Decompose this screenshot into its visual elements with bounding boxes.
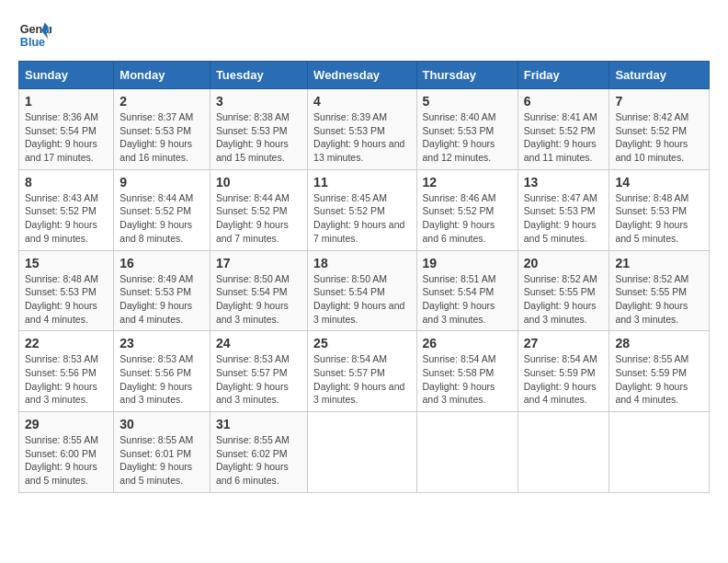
- day-number: 1: [25, 94, 108, 109]
- column-header-monday: Monday: [114, 62, 210, 89]
- calendar-cell: [518, 412, 609, 493]
- calendar-cell: 15Sunrise: 8:48 AMSunset: 5:53 PMDayligh…: [19, 250, 114, 331]
- svg-text:Blue: Blue: [20, 36, 45, 49]
- day-number: 21: [615, 256, 703, 270]
- day-info: Sunrise: 8:55 AMSunset: 6:00 PMDaylight:…: [25, 433, 108, 488]
- calendar-cell: 27Sunrise: 8:54 AMSunset: 5:59 PMDayligh…: [518, 331, 609, 412]
- calendar-cell: 22Sunrise: 8:53 AMSunset: 5:56 PMDayligh…: [19, 331, 114, 412]
- calendar-cell: 13Sunrise: 8:47 AMSunset: 5:53 PMDayligh…: [518, 169, 609, 250]
- day-info: Sunrise: 8:40 AMSunset: 5:53 PMDaylight:…: [423, 110, 512, 165]
- day-info: Sunrise: 8:37 AMSunset: 5:53 PMDaylight:…: [119, 110, 204, 165]
- day-number: 16: [119, 256, 204, 270]
- calendar-cell: 6Sunrise: 8:41 AMSunset: 5:52 PMDaylight…: [518, 89, 609, 170]
- calendar-cell: 16Sunrise: 8:49 AMSunset: 5:53 PMDayligh…: [114, 250, 210, 331]
- calendar-cell: 23Sunrise: 8:53 AMSunset: 5:56 PMDayligh…: [114, 331, 210, 412]
- day-info: Sunrise: 8:54 AMSunset: 5:59 PMDaylight:…: [524, 352, 604, 407]
- day-info: Sunrise: 8:55 AMSunset: 6:02 PMDaylight:…: [216, 433, 301, 488]
- day-info: Sunrise: 8:48 AMSunset: 5:53 PMDaylight:…: [25, 272, 108, 327]
- calendar-cell: 10Sunrise: 8:44 AMSunset: 5:52 PMDayligh…: [210, 169, 307, 250]
- day-info: Sunrise: 8:50 AMSunset: 5:54 PMDaylight:…: [216, 272, 301, 327]
- day-number: 27: [524, 336, 604, 350]
- day-info: Sunrise: 8:44 AMSunset: 5:52 PMDaylight:…: [119, 191, 204, 246]
- calendar-cell: 8Sunrise: 8:43 AMSunset: 5:52 PMDaylight…: [19, 169, 114, 250]
- day-info: Sunrise: 8:41 AMSunset: 5:52 PMDaylight:…: [524, 110, 604, 165]
- calendar-cell: [308, 412, 416, 493]
- calendar-week-row: 22Sunrise: 8:53 AMSunset: 5:56 PMDayligh…: [19, 331, 710, 412]
- day-info: Sunrise: 8:43 AMSunset: 5:52 PMDaylight:…: [25, 191, 108, 246]
- logo-icon: General Blue: [18, 18, 51, 52]
- day-info: Sunrise: 8:54 AMSunset: 5:57 PMDaylight:…: [313, 352, 410, 407]
- day-info: Sunrise: 8:39 AMSunset: 5:53 PMDaylight:…: [313, 110, 410, 165]
- calendar-cell: 12Sunrise: 8:46 AMSunset: 5:52 PMDayligh…: [416, 169, 518, 250]
- day-info: Sunrise: 8:55 AMSunset: 5:59 PMDaylight:…: [615, 352, 703, 407]
- day-number: 6: [524, 94, 604, 109]
- column-header-tuesday: Tuesday: [210, 62, 307, 89]
- day-number: 10: [216, 175, 301, 190]
- day-number: 26: [423, 336, 512, 350]
- day-info: Sunrise: 8:52 AMSunset: 5:55 PMDaylight:…: [524, 272, 604, 327]
- column-header-thursday: Thursday: [416, 62, 518, 89]
- calendar-cell: 26Sunrise: 8:54 AMSunset: 5:58 PMDayligh…: [416, 331, 518, 412]
- calendar-cell: 30Sunrise: 8:55 AMSunset: 6:01 PMDayligh…: [114, 412, 210, 493]
- day-number: 20: [524, 256, 604, 270]
- day-info: Sunrise: 8:45 AMSunset: 5:52 PMDaylight:…: [313, 191, 410, 246]
- calendar-cell: [609, 412, 710, 493]
- day-info: Sunrise: 8:47 AMSunset: 5:53 PMDaylight:…: [524, 191, 604, 246]
- calendar-cell: 18Sunrise: 8:50 AMSunset: 5:54 PMDayligh…: [308, 250, 416, 331]
- day-number: 31: [216, 417, 301, 431]
- day-info: Sunrise: 8:42 AMSunset: 5:52 PMDaylight:…: [615, 110, 703, 165]
- day-number: 9: [119, 175, 204, 190]
- day-info: Sunrise: 8:36 AMSunset: 5:54 PMDaylight:…: [25, 110, 108, 165]
- day-number: 18: [313, 256, 410, 270]
- day-info: Sunrise: 8:52 AMSunset: 5:55 PMDaylight:…: [615, 272, 703, 327]
- calendar-cell: 25Sunrise: 8:54 AMSunset: 5:57 PMDayligh…: [308, 331, 416, 412]
- calendar-week-row: 15Sunrise: 8:48 AMSunset: 5:53 PMDayligh…: [19, 250, 710, 331]
- day-number: 23: [119, 336, 204, 350]
- logo: General Blue: [18, 18, 51, 52]
- calendar-cell: 9Sunrise: 8:44 AMSunset: 5:52 PMDaylight…: [114, 169, 210, 250]
- day-number: 4: [313, 94, 410, 109]
- day-number: 11: [313, 175, 410, 190]
- column-header-sunday: Sunday: [19, 62, 114, 89]
- day-number: 30: [119, 417, 204, 431]
- calendar-cell: 19Sunrise: 8:51 AMSunset: 5:54 PMDayligh…: [416, 250, 518, 331]
- day-number: 13: [524, 175, 604, 190]
- calendar-cell: 4Sunrise: 8:39 AMSunset: 5:53 PMDaylight…: [308, 89, 416, 170]
- day-number: 25: [313, 336, 410, 350]
- calendar-cell: 2Sunrise: 8:37 AMSunset: 5:53 PMDaylight…: [114, 89, 210, 170]
- day-info: Sunrise: 8:48 AMSunset: 5:53 PMDaylight:…: [615, 191, 703, 246]
- calendar-cell: 1Sunrise: 8:36 AMSunset: 5:54 PMDaylight…: [19, 89, 114, 170]
- calendar-cell: 7Sunrise: 8:42 AMSunset: 5:52 PMDaylight…: [609, 89, 710, 170]
- day-number: 7: [615, 94, 703, 109]
- calendar-cell: 29Sunrise: 8:55 AMSunset: 6:00 PMDayligh…: [19, 412, 114, 493]
- day-info: Sunrise: 8:38 AMSunset: 5:53 PMDaylight:…: [216, 110, 301, 165]
- column-header-saturday: Saturday: [609, 62, 710, 89]
- column-header-friday: Friday: [518, 62, 609, 89]
- day-number: 3: [216, 94, 301, 109]
- day-number: 28: [615, 336, 703, 350]
- day-number: 22: [25, 336, 108, 350]
- day-number: 5: [423, 94, 512, 109]
- calendar-cell: 11Sunrise: 8:45 AMSunset: 5:52 PMDayligh…: [308, 169, 416, 250]
- day-number: 14: [615, 175, 703, 190]
- day-number: 15: [25, 256, 108, 270]
- day-info: Sunrise: 8:51 AMSunset: 5:54 PMDaylight:…: [423, 272, 512, 327]
- calendar-cell: 3Sunrise: 8:38 AMSunset: 5:53 PMDaylight…: [210, 89, 307, 170]
- day-info: Sunrise: 8:53 AMSunset: 5:56 PMDaylight:…: [119, 352, 204, 407]
- calendar-cell: 24Sunrise: 8:53 AMSunset: 5:57 PMDayligh…: [210, 331, 307, 412]
- calendar-week-row: 1Sunrise: 8:36 AMSunset: 5:54 PMDaylight…: [19, 89, 710, 170]
- calendar-cell: 21Sunrise: 8:52 AMSunset: 5:55 PMDayligh…: [609, 250, 710, 331]
- day-number: 12: [423, 175, 512, 190]
- day-number: 24: [216, 336, 301, 350]
- day-info: Sunrise: 8:54 AMSunset: 5:58 PMDaylight:…: [423, 352, 512, 407]
- calendar-cell: [416, 412, 518, 493]
- day-info: Sunrise: 8:50 AMSunset: 5:54 PMDaylight:…: [313, 272, 410, 327]
- day-info: Sunrise: 8:49 AMSunset: 5:53 PMDaylight:…: [119, 272, 204, 327]
- page-header: General Blue: [18, 18, 710, 52]
- day-number: 2: [119, 94, 204, 109]
- calendar-week-row: 29Sunrise: 8:55 AMSunset: 6:00 PMDayligh…: [19, 412, 710, 493]
- calendar-cell: 17Sunrise: 8:50 AMSunset: 5:54 PMDayligh…: [210, 250, 307, 331]
- day-info: Sunrise: 8:55 AMSunset: 6:01 PMDaylight:…: [119, 433, 204, 488]
- day-info: Sunrise: 8:53 AMSunset: 5:56 PMDaylight:…: [25, 352, 108, 407]
- calendar-cell: 31Sunrise: 8:55 AMSunset: 6:02 PMDayligh…: [210, 412, 307, 493]
